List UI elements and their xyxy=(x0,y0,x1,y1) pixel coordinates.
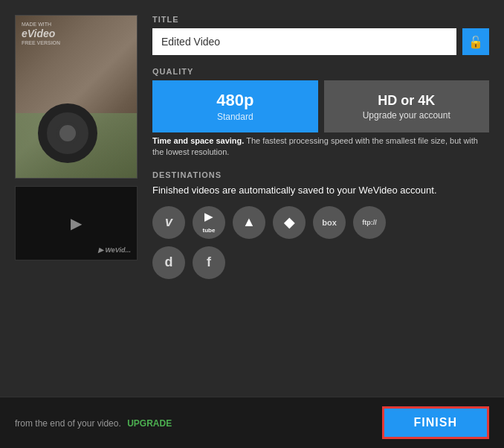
title-input-row: 🔓 xyxy=(152,28,489,55)
wevideo-watermark: MADE WITH eVideo FREE VERSION xyxy=(22,22,60,47)
quality-480p-sublabel: Standard xyxy=(217,112,253,122)
googledrive-icon: ▲ xyxy=(242,214,256,230)
thumbnail-secondary: ▶ ▶ WeVid... xyxy=(15,186,138,260)
quality-options: 480p Standard HD or 4K Upgrade your acco… xyxy=(152,80,489,132)
title-section: TITLE 🔓 xyxy=(152,15,489,55)
quality-hd-button[interactable]: HD or 4K Upgrade your account xyxy=(324,80,490,132)
youtube-icon: ▶tube xyxy=(203,211,216,234)
box-icon: box xyxy=(322,218,337,227)
quality-description: Time and space saving. The fastest proce… xyxy=(152,135,489,159)
finish-button[interactable]: FINISH xyxy=(382,406,489,439)
destinations-section: DESTINATIONS Finished videos are automat… xyxy=(152,170,489,279)
dropbox-icon: ◆ xyxy=(284,214,294,231)
title-label: TITLE xyxy=(152,15,489,24)
main-content: MADE WITH eVideo FREE VERSION ▶ ▶ WeVid.… xyxy=(0,0,504,397)
ftp-button[interactable]: ftp:// xyxy=(353,206,386,239)
quality-480p-button[interactable]: 480p Standard xyxy=(152,80,318,132)
facebook-icon: f xyxy=(207,255,211,270)
quality-description-bold: Time and space saving. xyxy=(152,136,244,145)
tire-hub xyxy=(56,122,79,144)
facebook-button[interactable]: f xyxy=(193,246,225,279)
ftp-icon: ftp:// xyxy=(362,219,377,226)
dailymotion-icon: d xyxy=(165,255,173,270)
destination-icons-row-2: d f xyxy=(152,246,489,279)
left-panel: MADE WITH eVideo FREE VERSION ▶ ▶ WeVid.… xyxy=(15,15,138,382)
upgrade-link[interactable]: UPGRADE xyxy=(127,418,172,429)
made-with-text: MADE WITH xyxy=(22,22,60,28)
evideo-text: eVideo xyxy=(22,28,60,40)
bottom-text-area: from the end of your video. UPGRADE xyxy=(15,416,172,429)
bottom-text: from the end of your video. xyxy=(15,418,121,429)
free-version-text: FREE VERSION xyxy=(22,40,60,46)
quality-480p-resolution: 480p xyxy=(216,91,253,110)
quality-hd-sublabel: Upgrade your account xyxy=(363,110,450,121)
export-dialog: MADE WITH eVideo FREE VERSION ▶ ▶ WeVid.… xyxy=(0,0,504,448)
destinations-label: DESTINATIONS xyxy=(152,170,489,179)
youtube-button[interactable]: ▶tube xyxy=(193,206,225,239)
title-input[interactable] xyxy=(152,28,456,55)
bottom-bar: from the end of your video. UPGRADE FINI… xyxy=(0,397,504,448)
googledrive-button[interactable]: ▲ xyxy=(233,206,265,239)
vimeo-button[interactable]: v xyxy=(152,206,185,239)
quality-hd-resolution: HD or 4K xyxy=(378,93,435,109)
play-icon: ▶ xyxy=(71,214,82,232)
dropbox-button[interactable]: ◆ xyxy=(273,206,306,239)
quality-label: QUALITY xyxy=(152,67,489,76)
thumbnail-main: MADE WITH eVideo FREE VERSION xyxy=(15,15,138,179)
destination-icons-row: v ▶tube ▲ ◆ box ftp:// xyxy=(152,206,489,239)
lock-icon: 🔓 xyxy=(468,35,483,49)
destinations-description: Finished videos are automatically saved … xyxy=(152,184,489,197)
dailymotion-button[interactable]: d xyxy=(152,246,185,279)
tire-graphic xyxy=(38,103,97,163)
wevideo-logo-small: ▶ WeVid... xyxy=(98,246,131,254)
vimeo-icon: v xyxy=(165,214,172,230)
right-panel: TITLE 🔓 QUALITY 480p Standard xyxy=(152,15,489,382)
box-button[interactable]: box xyxy=(313,206,346,239)
lock-button[interactable]: 🔓 xyxy=(462,28,489,55)
thumbnail-image: MADE WITH eVideo FREE VERSION xyxy=(16,16,137,178)
quality-section: QUALITY 480p Standard HD or 4K Upgrade y… xyxy=(152,67,489,159)
